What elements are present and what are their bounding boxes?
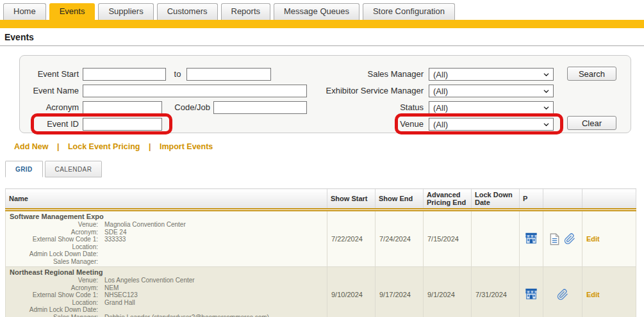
show-start-cell: 7/22/2024 xyxy=(327,210,376,267)
tab-grid[interactable]: GRID xyxy=(5,161,43,177)
page-title: Events xyxy=(4,32,640,42)
sales-manager-value: Debbie Leander (standarduser2@boomercomm… xyxy=(104,314,269,317)
acronym-value: NEM xyxy=(104,284,119,292)
exhibitor-service-manager-value: (All) xyxy=(433,86,448,96)
col-attachments xyxy=(543,189,582,210)
event-start-input[interactable] xyxy=(83,68,166,81)
sales-manager-label: Sales Manager xyxy=(315,68,424,81)
acronym-value: SDE 24 xyxy=(104,229,126,236)
p-cell xyxy=(520,267,543,317)
acronym-input[interactable] xyxy=(83,101,162,114)
location-value: Grand Hall xyxy=(104,299,135,307)
chevron-down-icon xyxy=(543,88,550,95)
p-cell xyxy=(520,210,543,267)
chevron-down-icon xyxy=(543,121,550,128)
edit-cell: Edit xyxy=(582,267,636,317)
event-name-cell: Northeast Regional Meeting Venue:Los Ang… xyxy=(6,267,327,317)
paperclip-icon[interactable] xyxy=(557,289,568,300)
col-lock-down-date: Lock Down Date xyxy=(472,189,520,210)
venue-label: Venue xyxy=(315,118,424,131)
chevron-down-icon xyxy=(543,71,550,78)
edit-link[interactable]: Edit xyxy=(586,291,600,298)
advanced-pricing-end-cell: 7/15/2024 xyxy=(424,210,472,267)
venue-value: Magnolia Convention Center xyxy=(104,221,186,229)
events-grid: Name Show Start Show End Advanced Pricin… xyxy=(5,188,636,317)
paperclip-icon[interactable] xyxy=(564,233,575,245)
storefront-icon[interactable] xyxy=(524,231,538,245)
advanced-pricing-end-cell: 9/1/2024 xyxy=(424,267,472,317)
event-start-to-input[interactable] xyxy=(186,68,271,81)
attachments-cell xyxy=(543,210,582,267)
lock-event-pricing-link[interactable]: Lock Event Pricing xyxy=(68,142,140,151)
edit-link[interactable]: Edit xyxy=(586,235,600,243)
tab-home[interactable]: Home xyxy=(3,3,46,20)
venue-select[interactable]: (All) xyxy=(429,118,554,131)
col-actions xyxy=(582,189,636,210)
status-label: Status xyxy=(315,101,424,114)
tab-calendar[interactable]: CALENDAR xyxy=(45,161,103,177)
view-tabs: GRID CALENDAR xyxy=(5,160,644,177)
title-divider xyxy=(0,45,644,46)
tab-message-queues[interactable]: Message Queues xyxy=(274,3,359,20)
col-show-start: Show Start xyxy=(327,189,376,210)
sales-manager-select[interactable]: (All) xyxy=(429,68,554,81)
status-value: (All) xyxy=(433,103,448,113)
event-start-to-label: to xyxy=(171,68,184,81)
tab-customers[interactable]: Customers xyxy=(157,3,218,20)
event-name-input[interactable] xyxy=(83,85,307,97)
event-name-cell: Software Management Expo Venue:Magnolia … xyxy=(6,210,327,267)
nav-accent-bar xyxy=(0,20,644,28)
lock-down-date-cell: 7/31/2024 xyxy=(472,267,520,317)
show-end-cell: 7/24/2024 xyxy=(376,210,424,267)
table-row: Software Management Expo Venue:Magnolia … xyxy=(6,210,636,267)
exhibitor-service-manager-label: Exhibitor Service Manager xyxy=(315,85,424,97)
clear-button[interactable]: Clear xyxy=(567,116,616,130)
code-job-input[interactable] xyxy=(213,101,307,114)
event-title: Software Management Expo xyxy=(10,213,323,220)
col-name: Name xyxy=(6,189,327,210)
search-panel: Event Start to Event Name Acronym Code/J… xyxy=(19,55,631,133)
col-advanced-pricing-end: Advanced Pricing End xyxy=(424,189,472,210)
status-select[interactable]: (All) xyxy=(429,101,554,114)
action-separator: | xyxy=(57,142,60,151)
storefront-icon[interactable] xyxy=(524,287,538,301)
show-start-cell: 9/10/2024 xyxy=(327,267,376,317)
attachments-cell xyxy=(543,267,582,317)
external-show-code-value: 333333 xyxy=(104,236,126,243)
event-start-label: Event Start xyxy=(20,68,79,81)
show-end-cell: 9/17/2024 xyxy=(376,267,424,317)
document-icon[interactable] xyxy=(550,233,559,245)
table-row: Northeast Regional Meeting Venue:Los Ang… xyxy=(6,267,636,317)
event-id-label: Event ID xyxy=(20,118,79,131)
add-new-link[interactable]: Add New xyxy=(14,142,48,151)
acronym-label: Acronym xyxy=(20,101,79,114)
event-title: Northeast Regional Meeting xyxy=(10,268,323,276)
action-separator: | xyxy=(149,142,151,151)
import-events-link[interactable]: Import Events xyxy=(160,142,213,151)
tab-events[interactable]: Events xyxy=(49,3,95,20)
col-p: P xyxy=(520,189,543,210)
tab-suppliers[interactable]: Suppliers xyxy=(98,3,153,20)
col-show-end: Show End xyxy=(376,189,424,210)
code-job-label: Code/Job xyxy=(167,101,210,114)
chevron-down-icon xyxy=(543,104,550,111)
venue-value: (All) xyxy=(433,120,448,129)
event-id-input[interactable] xyxy=(83,118,162,131)
tab-store-configuration[interactable]: Store Configuration xyxy=(363,3,455,20)
tab-reports[interactable]: Reports xyxy=(221,3,271,20)
sales-manager-value: (All) xyxy=(433,70,448,79)
venue-value: Los Angeles Convention Center xyxy=(104,277,195,284)
event-name-label: Event Name xyxy=(20,85,79,97)
action-links: Add New | Lock Event Pricing | Import Ev… xyxy=(14,142,644,152)
edit-cell: Edit xyxy=(582,210,636,267)
exhibitor-service-manager-select[interactable]: (All) xyxy=(429,85,554,97)
external-show-code-value: NHSEC123 xyxy=(104,291,138,299)
grid-header-row: Name Show Start Show End Advanced Pricin… xyxy=(6,189,636,210)
lock-down-date-cell xyxy=(472,210,520,267)
search-button[interactable]: Search xyxy=(567,67,616,81)
main-nav: Home Events Suppliers Customers Reports … xyxy=(0,0,644,20)
